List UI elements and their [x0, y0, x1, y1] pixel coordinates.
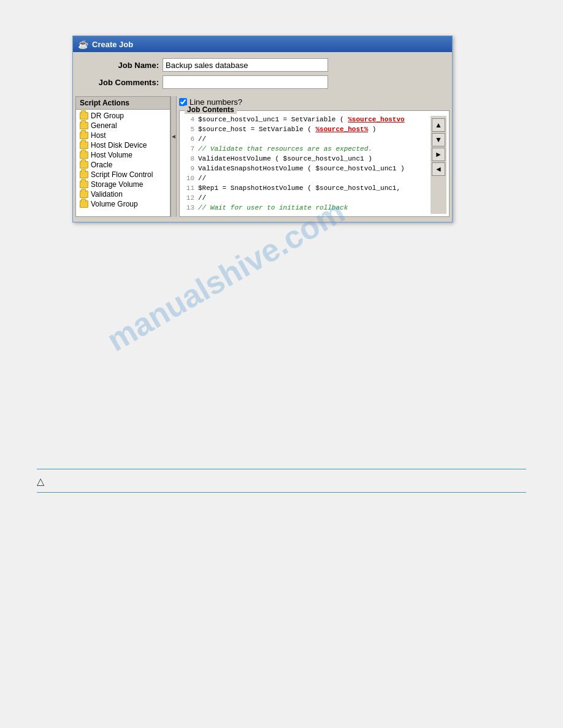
nav-up-button[interactable]: ▲: [432, 118, 445, 132]
line-num-6: 6: [182, 135, 194, 143]
code-line-13: 13 // Wait for user to initiate rollback: [182, 204, 431, 214]
script-actions-panel: Script Actions DR Group General Host: [75, 96, 170, 217]
line-num-7: 7: [182, 145, 194, 153]
job-comments-label: Job Comments:: [85, 78, 159, 87]
code-line-9: 9 ValidateSnapshotHostVolume ( $source_h…: [182, 165, 431, 175]
script-action-host-disk-device[interactable]: Host Disk Device: [76, 140, 170, 150]
line-num-5: 5: [182, 126, 194, 133]
folder-icon-script-flow-control: [80, 171, 88, 178]
folder-icon-host-volume: [80, 151, 88, 159]
script-action-label-host: Host: [91, 131, 106, 140]
dialog-title-icon: ☕: [78, 39, 88, 49]
line-num-13: 13: [182, 204, 194, 211]
script-action-label-storage-volume: Storage Volume: [91, 180, 143, 189]
line-num-11: 11: [182, 184, 194, 192]
job-comments-row: Job Comments:: [85, 75, 440, 89]
script-action-validation[interactable]: Validation: [76, 189, 170, 199]
script-action-host-volume[interactable]: Host Volume: [76, 150, 170, 160]
dialog-body: Job Name: Job Comments: Script Actions: [73, 52, 452, 222]
script-actions-header: Script Actions: [76, 97, 170, 110]
line-code-11: $Rep1 = SnapshotHostVolume ( $source_hos…: [198, 184, 400, 192]
right-panel: Line numbers? Job Contents 4: [177, 96, 450, 217]
code-line-12: 12 //: [182, 194, 431, 204]
line-code-9: ValidateSnapshotHostVolume ( $source_hos…: [198, 165, 405, 172]
nav-arrows: ▲ ▼ ► ◄: [431, 116, 446, 214]
nav-down-button[interactable]: ▼: [432, 133, 445, 146]
folder-icon-validation: [80, 191, 88, 198]
job-name-input[interactable]: [163, 58, 328, 72]
folder-icon-oracle: [80, 161, 88, 169]
line-num-4: 4: [182, 116, 194, 123]
script-action-script-flow-control[interactable]: Script Flow Control: [76, 170, 170, 180]
main-content: Script Actions DR Group General Host: [73, 96, 452, 222]
script-action-label-host-disk-device: Host Disk Device: [91, 141, 147, 150]
warning-line-bottom: [37, 492, 526, 493]
job-contents-group: Job Contents 4 $source_hostvol_unc1 = Se…: [179, 110, 450, 217]
job-contents-legend: Job Contents: [185, 105, 237, 114]
line-code-4: $source_hostvol_unc1 = SetVariable ( %so…: [198, 116, 405, 123]
line-code-13: // Wait for user to initiate rollback: [198, 204, 348, 211]
script-actions-list: DR Group General Host Host Disk Dev: [76, 110, 170, 210]
script-action-volume-group[interactable]: Volume Group: [76, 199, 170, 209]
warning-icon: △: [37, 476, 44, 487]
line-code-12: //: [198, 194, 206, 202]
job-contents-inner: 4 $source_hostvol_unc1 = SetVariable ( %…: [180, 111, 449, 216]
script-action-oracle[interactable]: Oracle: [76, 160, 170, 170]
folder-icon-host: [80, 132, 88, 139]
script-action-label-host-volume: Host Volume: [91, 151, 132, 159]
script-action-label-validation: Validation: [91, 190, 123, 199]
script-action-label-script-flow-control: Script Flow Control: [91, 170, 153, 179]
warning-area: △: [0, 469, 563, 493]
folder-icon-storage-volume: [80, 181, 88, 188]
line-code-6: //: [198, 135, 206, 143]
line-code-5: $source_host = SetVariable ( %source_hos…: [198, 126, 376, 133]
dialog-titlebar: ☕ Create Job: [73, 36, 452, 52]
create-job-dialog: ☕ Create Job Job Name: Job Comments:: [72, 36, 453, 222]
code-line-5: 5 $source_host = SetVariable ( %source_h…: [182, 126, 431, 135]
code-line-8: 8 ValidateHostVolume ( $source_hostvol_u…: [182, 155, 431, 165]
folder-icon-host-disk-device: [80, 142, 88, 149]
script-action-label-volume-group: Volume Group: [91, 200, 138, 208]
script-action-label-oracle: Oracle: [91, 161, 112, 169]
line-num-8: 8: [182, 155, 194, 162]
code-content[interactable]: 4 $source_hostvol_unc1 = SetVariable ( %…: [182, 116, 431, 214]
nav-right-button[interactable]: ►: [432, 148, 445, 161]
script-action-host[interactable]: Host: [76, 131, 170, 140]
script-action-label-dr-group: DR Group: [91, 112, 124, 120]
job-name-label: Job Name:: [85, 61, 159, 70]
line-code-7: // Validate that resources are as expect…: [198, 145, 372, 153]
code-panel: 4 $source_hostvol_unc1 = SetVariable ( %…: [182, 116, 446, 214]
job-comments-input[interactable]: [163, 75, 328, 89]
form-area: Job Name: Job Comments:: [73, 52, 452, 96]
line-num-9: 9: [182, 165, 194, 172]
folder-icon-dr-group: [80, 112, 88, 119]
page-wrapper: ☕ Create Job Job Name: Job Comments:: [0, 0, 563, 728]
script-action-dr-group[interactable]: DR Group: [76, 111, 170, 121]
divider-handle[interactable]: ◄: [170, 96, 177, 217]
code-line-6: 6 //: [182, 135, 431, 145]
folder-icon-general: [80, 122, 88, 129]
job-name-row: Job Name:: [85, 58, 440, 72]
warning-content: △: [37, 472, 526, 490]
code-line-11: 11 $Rep1 = SnapshotHostVolume ( $source_…: [182, 184, 431, 194]
line-num-10: 10: [182, 175, 194, 182]
dialog-title: Create Job: [92, 40, 133, 49]
nav-left-button[interactable]: ◄: [432, 162, 445, 176]
line-code-8: ValidateHostVolume ( $source_hostvol_unc…: [198, 155, 372, 162]
script-action-label-general: General: [91, 121, 117, 130]
line-num-12: 12: [182, 194, 194, 202]
script-action-general[interactable]: General: [76, 121, 170, 131]
line-code-10: //: [198, 175, 206, 182]
warning-line-top: [37, 469, 526, 469]
folder-icon-volume-group: [80, 200, 88, 208]
divider-arrow: ◄: [170, 133, 177, 140]
script-action-storage-volume[interactable]: Storage Volume: [76, 180, 170, 189]
code-line-10: 10 //: [182, 175, 431, 184]
code-line-4: 4 $source_hostvol_unc1 = SetVariable ( %…: [182, 116, 431, 126]
code-line-7: 7 // Validate that resources are as expe…: [182, 145, 431, 155]
